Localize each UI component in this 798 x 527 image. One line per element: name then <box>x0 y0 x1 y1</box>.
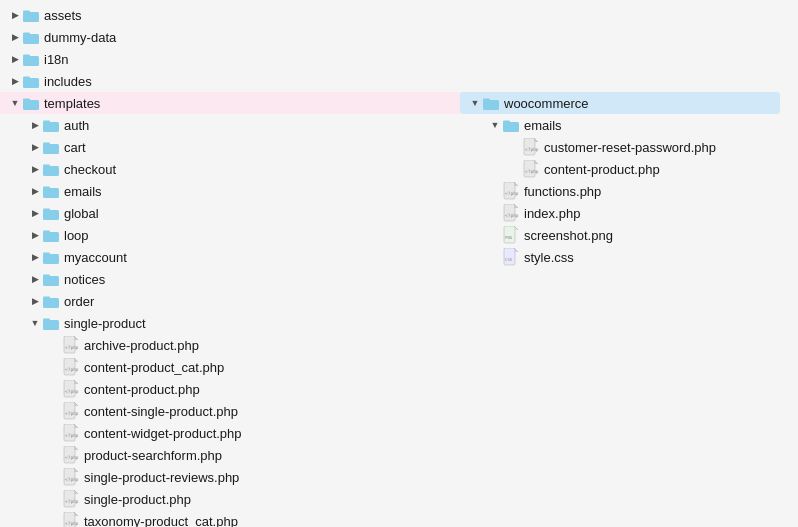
no-disclosure <box>48 404 62 418</box>
item-label: content-product_cat.php <box>84 360 224 375</box>
item-label: content-product.php <box>84 382 200 397</box>
svg-rect-29 <box>43 318 50 321</box>
svg-text:<?php: <?php <box>65 455 79 460</box>
php-file-icon: <?php <box>62 359 80 375</box>
item-label: woocommerce <box>504 96 589 111</box>
list-item[interactable]: <?php taxonomy-product_cat.php <box>0 510 460 527</box>
svg-text:<?php: <?php <box>65 389 79 394</box>
list-item[interactable]: loop <box>0 224 460 246</box>
item-label: single-product.php <box>84 492 191 507</box>
list-item[interactable]: emails <box>0 180 460 202</box>
list-item[interactable]: dummy-data <box>0 26 460 48</box>
svg-rect-11 <box>43 120 50 123</box>
list-item[interactable]: single-product <box>0 312 460 334</box>
list-item[interactable]: <?php single-product.php <box>0 488 460 510</box>
folder-icon <box>42 250 60 264</box>
css-file-icon: CSS <box>502 249 520 265</box>
list-item[interactable]: PNG screenshot.png <box>460 224 780 246</box>
svg-rect-5 <box>23 54 30 57</box>
folder-icon <box>42 228 60 242</box>
disclosure-arrow <box>28 316 42 330</box>
list-item[interactable]: myaccount <box>0 246 460 268</box>
list-item[interactable]: notices <box>0 268 460 290</box>
item-label: taxonomy-product_cat.php <box>84 514 238 528</box>
no-disclosure <box>488 184 502 198</box>
php-file-icon: <?php <box>62 381 80 397</box>
list-item[interactable]: emails <box>460 114 780 136</box>
no-disclosure <box>488 206 502 220</box>
svg-rect-27 <box>43 296 50 299</box>
svg-rect-71 <box>483 98 490 101</box>
no-disclosure <box>48 426 62 440</box>
list-item[interactable]: cart <box>0 136 460 158</box>
php-file-icon: <?php <box>62 447 80 463</box>
list-item[interactable]: <?php functions.php <box>460 180 780 202</box>
folder-icon <box>22 74 40 88</box>
list-item[interactable]: auth <box>0 114 460 136</box>
list-item[interactable]: <?php content-single-product.php <box>0 400 460 422</box>
item-label: cart <box>64 140 86 155</box>
item-label: order <box>64 294 94 309</box>
list-item[interactable]: <?php content-product.php <box>460 158 780 180</box>
item-label: customer-reset-password.php <box>544 140 716 155</box>
php-file-icon: <?php <box>502 205 520 221</box>
no-disclosure <box>48 360 62 374</box>
list-item[interactable]: i18n <box>0 48 460 70</box>
disclosure-arrow <box>28 294 42 308</box>
list-item[interactable]: templates <box>0 92 460 114</box>
svg-text:<?php: <?php <box>525 169 539 174</box>
item-label: archive-product.php <box>84 338 199 353</box>
no-disclosure <box>48 492 62 506</box>
item-label: content-widget-product.php <box>84 426 242 441</box>
folder-icon <box>42 140 60 154</box>
list-item[interactable]: woocommerce <box>460 92 780 114</box>
svg-rect-3 <box>23 32 30 35</box>
left-panel: assets dummy-data i18n <box>0 4 460 527</box>
svg-text:<?php: <?php <box>65 499 79 504</box>
svg-text:CSS: CSS <box>505 257 513 262</box>
disclosure-arrow <box>28 272 42 286</box>
svg-text:<?php: <?php <box>525 147 539 152</box>
list-item[interactable]: includes <box>0 70 460 92</box>
list-item[interactable]: <?php content-widget-product.php <box>0 422 460 444</box>
svg-rect-7 <box>23 76 30 79</box>
item-label: global <box>64 206 99 221</box>
list-item[interactable]: <?php index.php <box>460 202 780 224</box>
disclosure-arrow <box>468 96 482 110</box>
item-label: content-single-product.php <box>84 404 238 419</box>
list-item[interactable]: global <box>0 202 460 224</box>
list-item[interactable]: <?php customer-reset-password.php <box>460 136 780 158</box>
no-disclosure <box>48 338 62 352</box>
list-item[interactable]: checkout <box>0 158 460 180</box>
no-disclosure <box>48 448 62 462</box>
list-item[interactable]: <?php archive-product.php <box>0 334 460 356</box>
list-item[interactable]: <?php content-product.php <box>0 378 460 400</box>
folder-icon <box>22 30 40 44</box>
list-item[interactable]: order <box>0 290 460 312</box>
list-item[interactable]: CSS style.css <box>460 246 780 268</box>
no-disclosure <box>508 140 522 154</box>
list-item[interactable]: <?php single-product-reviews.php <box>0 466 460 488</box>
item-label: notices <box>64 272 105 287</box>
svg-rect-19 <box>43 208 50 211</box>
list-item[interactable]: assets <box>0 4 460 26</box>
folder-icon <box>502 118 520 132</box>
item-label: myaccount <box>64 250 127 265</box>
list-item[interactable]: <?php content-product_cat.php <box>0 356 460 378</box>
item-label: dummy-data <box>44 30 116 45</box>
item-label: product-searchform.php <box>84 448 222 463</box>
list-item[interactable]: <?php product-searchform.php <box>0 444 460 466</box>
disclosure-arrow <box>8 30 22 44</box>
svg-rect-23 <box>43 252 50 255</box>
disclosure-arrow <box>28 228 42 242</box>
item-label: templates <box>44 96 100 111</box>
svg-rect-13 <box>43 142 50 145</box>
svg-text:<?php: <?php <box>65 433 79 438</box>
svg-text:<?php: <?php <box>65 477 79 482</box>
svg-rect-15 <box>43 164 50 167</box>
svg-rect-1 <box>23 10 30 13</box>
php-file-icon: <?php <box>62 337 80 353</box>
item-label: loop <box>64 228 89 243</box>
disclosure-arrow <box>28 162 42 176</box>
item-label: functions.php <box>524 184 601 199</box>
